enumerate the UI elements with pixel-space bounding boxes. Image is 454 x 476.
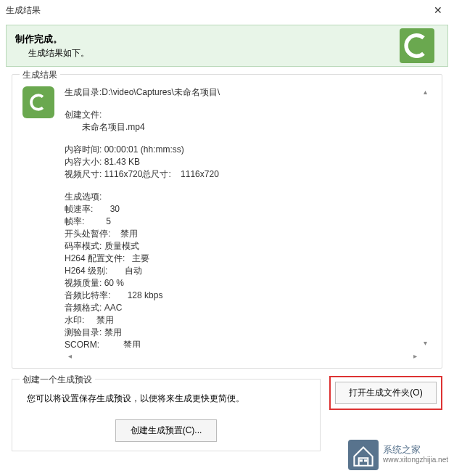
results-group-label: 生成结果 [20, 69, 60, 81]
close-icon: ✕ [434, 4, 442, 16]
content-time-value: 00:00:01 (hh:mm:ss) [104, 144, 184, 155]
watermark-line1: 系统之家 [383, 445, 448, 455]
audio-bitrate-label: 音频比特率: [65, 290, 110, 300]
titlebar: 生成结果 ✕ [0, 0, 454, 20]
create-preset-button[interactable]: 创建生成预置(C)... [115, 419, 218, 442]
h264-level-label: H264 级别: [65, 266, 107, 276]
scroll-left-icon[interactable]: ◂ [65, 350, 75, 361]
horizontal-scrollbar[interactable]: ◂ ▸ [22, 350, 432, 361]
scroll-right-icon[interactable]: ▸ [410, 350, 420, 361]
pause-start-value: 禁用 [120, 229, 138, 239]
video-dim-label: 视频尺寸: [65, 169, 102, 179]
watermark-line2: www.xitongzhijia.net [383, 455, 448, 465]
audio-format-value: AAC [104, 303, 123, 313]
watermark-opt-label: 水印: [65, 315, 84, 325]
house-icon [348, 440, 379, 470]
video-quality-value: 60 % [104, 278, 124, 288]
camtasia-icon [404, 33, 430, 59]
output-dir-value: D:\video\Captures\未命名项目\ [102, 87, 220, 97]
status-banner: 制作完成。 生成结果如下。 [6, 25, 448, 67]
created-files-label: 创建文件: [65, 109, 431, 121]
content-time-label: 内容时间: [65, 144, 102, 155]
preset-group: 创建一个生成预设 您可以将设置保存生成预设，以便将来生成更快更简便。 创建生成预… [12, 379, 321, 451]
scorm-label: SCORM: [65, 340, 99, 348]
window-title: 生成结果 [6, 4, 428, 17]
video-quality-label: 视频质量: [65, 278, 102, 288]
pause-start-label: 开头处暂停: [65, 229, 110, 239]
banner-text: 制作完成。 生成结果如下。 [15, 33, 400, 60]
audio-format-label: 音频格式: [65, 303, 102, 313]
svg-rect-1 [364, 459, 367, 461]
created-file-1: 未命名项目.mp4 [65, 121, 431, 134]
toc-value: 禁用 [104, 327, 122, 337]
content-size-label: 内容大小: [65, 157, 102, 167]
close-button[interactable]: ✕ [428, 3, 448, 17]
frame-rate-label: 帧速率: [65, 204, 93, 214]
result-textarea[interactable]: 生成目录:D:\video\Captures\未命名项目\ 创建文件: 未命名项… [65, 86, 432, 348]
open-folder-highlight: 打开生成文件夹(O) [329, 376, 442, 410]
banner-subtitle: 生成结果如下。 [15, 47, 400, 60]
footer-watermark: 系统之家 www.xitongzhijia.net [348, 440, 448, 470]
bitrate-mode-value: 质量模式 [104, 241, 139, 251]
banner-title: 制作完成。 [15, 33, 400, 46]
content-size-value: 81.43 KB [104, 157, 140, 167]
app-logo [400, 28, 434, 63]
video-dim-value: 1116x720总尺寸: [104, 169, 171, 179]
results-group: 生成结果 生成目录:D:\video\Captures\未命名项目\ 创建文件:… [12, 74, 442, 369]
open-folder-button[interactable]: 打开生成文件夹(O) [335, 382, 437, 404]
scorm-value: 禁用 [123, 340, 141, 348]
output-dir-label: 生成目录: [65, 87, 102, 97]
options-header: 生成选项: [65, 191, 431, 203]
audio-bitrate-value: 128 kbps [128, 290, 163, 300]
h264-profile-label: H264 配置文件: [65, 253, 125, 263]
bitrate-mode-label: 码率模式: [65, 241, 102, 251]
toc-label: 测验目录: [65, 327, 102, 337]
watermark-opt-value: 禁用 [96, 315, 114, 325]
video-total-dim: 1116x720 [181, 169, 219, 179]
vertical-scrollbar[interactable]: ▴ ▾ [419, 86, 431, 348]
preset-description: 您可以将设置保存生成预设，以便将来生成更快更简便。 [22, 393, 310, 405]
bitrate-value: 5 [106, 216, 111, 226]
camtasia-icon [28, 91, 49, 113]
scroll-up-icon[interactable]: ▴ [420, 86, 430, 97]
h264-level-value: 自动 [125, 266, 142, 276]
svg-rect-0 [360, 459, 363, 461]
h264-profile-value: 主要 [132, 253, 149, 263]
bitrate-label: 帧率: [65, 216, 84, 226]
result-file-icon [22, 86, 54, 118]
preset-group-label: 创建一个生成预设 [20, 374, 95, 386]
frame-rate-value: 30 [110, 204, 120, 214]
scroll-down-icon[interactable]: ▾ [420, 337, 430, 348]
